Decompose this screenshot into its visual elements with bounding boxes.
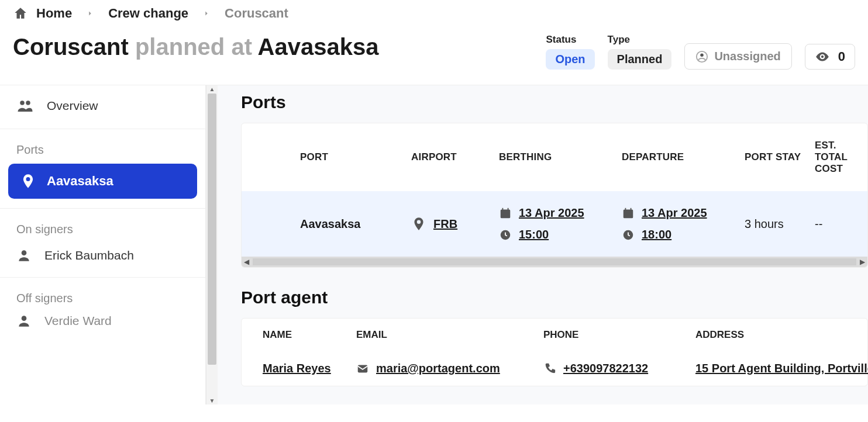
- clock-icon: [622, 229, 635, 241]
- watchers-count: 0: [838, 49, 845, 64]
- eye-icon: [815, 49, 830, 64]
- port-agent-table: NAME EMAIL PHONE ADDRESS Maria Reyes mar…: [241, 318, 868, 386]
- title-relation: planned at: [135, 34, 252, 60]
- th-address: ADDRESS: [695, 329, 868, 341]
- svg-point-3: [20, 101, 25, 105]
- svg-point-2: [821, 56, 824, 58]
- sidebar: Overview Ports Aavasaksa On signers Eric…: [0, 85, 206, 404]
- clock-icon: [499, 229, 512, 241]
- sidebar-scrollbar[interactable]: ▲ ▼: [206, 85, 218, 404]
- phone-icon: [543, 362, 556, 375]
- sidebar-item-label: Verdie Ward: [44, 314, 112, 328]
- th-port: PORT: [300, 151, 411, 163]
- svg-rect-14: [631, 207, 632, 210]
- th-port-stay: PORT STAY: [745, 151, 815, 163]
- cell-airport[interactable]: FRB: [433, 217, 457, 231]
- ports-table-row[interactable]: Aavasaksa FRB 13 Apr 2025 15:00: [242, 191, 867, 257]
- agent-email[interactable]: maria@portagent.com: [376, 362, 500, 375]
- scroll-right-arrow-icon: ▶: [860, 258, 865, 266]
- cell-port-name: Aavasaksa: [300, 217, 411, 231]
- sidebar-section-off-signers: Off signers: [0, 278, 205, 305]
- type-label: Type: [608, 34, 672, 46]
- th-berthing: BERTHING: [499, 151, 622, 163]
- sidebar-item-label: Overview: [47, 99, 98, 113]
- home-icon: [13, 6, 28, 21]
- port-agent-heading: Port agent: [241, 288, 868, 307]
- ports-table-header: PORT AIRPORT BERTHING DEPARTURE PORT STA…: [242, 123, 867, 191]
- user-circle-icon: [695, 50, 708, 63]
- svg-rect-9: [502, 207, 504, 210]
- mail-icon: [356, 362, 369, 375]
- th-name: NAME: [263, 329, 356, 341]
- breadcrumb-item-crew-change[interactable]: Crew change: [108, 6, 188, 21]
- svg-rect-13: [625, 207, 626, 210]
- scrollbar-thumb[interactable]: [208, 94, 216, 365]
- cell-departure-date[interactable]: 13 Apr 2025: [642, 206, 707, 220]
- calendar-icon: [499, 207, 512, 220]
- svg-point-5: [22, 250, 27, 255]
- sidebar-item-label: Aavasaksa: [47, 174, 113, 189]
- svg-point-1: [701, 53, 704, 57]
- sidebar-item-label: Erick Baumbach: [44, 248, 134, 262]
- person-icon: [16, 313, 32, 328]
- type-badge[interactable]: Planned: [608, 49, 672, 70]
- port-agent-row: Maria Reyes maria@portagent.com +6390978…: [242, 351, 867, 386]
- breadcrumb-item-current: Coruscant: [225, 6, 288, 21]
- assignee-label: Unassigned: [714, 50, 780, 63]
- th-departure: DEPARTURE: [622, 151, 745, 163]
- cell-est-cost: --: [815, 217, 862, 231]
- th-email: EMAIL: [356, 329, 543, 341]
- scroll-left-arrow-icon: ◀: [244, 258, 249, 266]
- scrollbar-track[interactable]: [253, 258, 856, 265]
- ports-table: PORT AIRPORT BERTHING DEPARTURE PORT STA…: [241, 123, 868, 268]
- person-icon: [16, 248, 32, 263]
- breadcrumb-home-label: Home: [36, 6, 72, 21]
- th-phone: PHONE: [543, 329, 695, 341]
- main-content: Ports PORT AIRPORT BERTHING DEPARTURE PO…: [218, 85, 868, 404]
- sidebar-item-overview[interactable]: Overview: [0, 85, 205, 126]
- watchers-button[interactable]: 0: [805, 44, 855, 70]
- title-port: Aavasaksa: [258, 34, 379, 60]
- th-est-cost: EST. TOTAL COST: [815, 140, 862, 175]
- agent-phone[interactable]: +639097822132: [563, 362, 648, 375]
- sidebar-item-on-signer[interactable]: Erick Baumbach: [0, 236, 205, 275]
- port-agent-header: NAME EMAIL PHONE ADDRESS: [242, 319, 867, 351]
- ports-horizontal-scrollbar[interactable]: ◀ ▶: [242, 257, 867, 267]
- breadcrumb: Home Crew change Coruscant: [0, 0, 868, 34]
- sidebar-item-off-signer[interactable]: Verdie Ward: [0, 305, 205, 340]
- map-pin-icon: [20, 173, 36, 189]
- agent-address[interactable]: 15 Port Agent Building, Portville: [695, 362, 868, 375]
- status-label: Status: [546, 34, 594, 46]
- svg-point-6: [22, 316, 27, 321]
- status-badge[interactable]: Open: [546, 49, 594, 70]
- sidebar-section-on-signers: On signers: [0, 209, 205, 236]
- scroll-down-arrow-icon: ▼: [206, 397, 218, 404]
- cell-departure-time[interactable]: 18:00: [642, 228, 671, 241]
- sidebar-section-ports: Ports: [0, 129, 205, 157]
- title-vessel: Coruscant: [13, 34, 129, 60]
- ports-heading: Ports: [241, 92, 868, 112]
- chevron-right-icon: [202, 9, 211, 18]
- svg-rect-12: [624, 209, 633, 218]
- th-airport: AIRPORT: [411, 151, 499, 163]
- assignee-button[interactable]: Unassigned: [684, 43, 791, 70]
- agent-name[interactable]: Maria Reyes: [263, 362, 331, 375]
- page-title: Coruscant planned at Aavasaksa: [13, 34, 378, 60]
- page-header: Coruscant planned at Aavasaksa Status Op…: [0, 34, 868, 85]
- cell-berthing-date[interactable]: 13 Apr 2025: [519, 206, 584, 220]
- people-icon: [16, 97, 34, 115]
- sidebar-item-port-aavasaksa[interactable]: Aavasaksa: [8, 164, 197, 199]
- cell-port-stay: 3 hours: [745, 217, 815, 231]
- chevron-right-icon: [86, 9, 94, 18]
- map-pin-icon: [411, 216, 426, 231]
- calendar-icon: [622, 207, 635, 220]
- svg-rect-10: [508, 207, 509, 210]
- cell-berthing-time[interactable]: 15:00: [519, 228, 549, 241]
- svg-point-4: [26, 101, 30, 105]
- breadcrumb-home[interactable]: Home: [13, 6, 72, 21]
- scroll-up-arrow-icon: ▲: [206, 86, 218, 92]
